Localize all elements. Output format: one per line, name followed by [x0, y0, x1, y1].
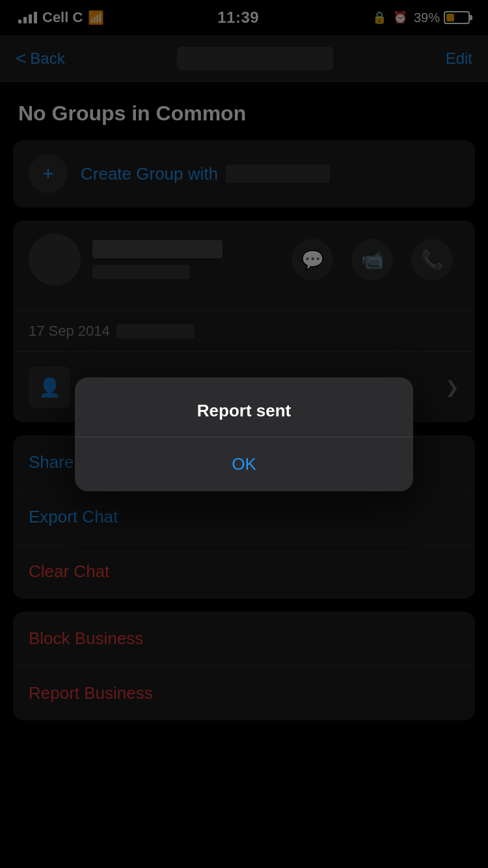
- ok-button[interactable]: OK: [75, 437, 413, 491]
- alert-dialog: Report sent OK: [75, 377, 413, 491]
- modal-overlay: Report sent OK: [0, 0, 488, 868]
- alert-title: Report sent: [75, 377, 413, 437]
